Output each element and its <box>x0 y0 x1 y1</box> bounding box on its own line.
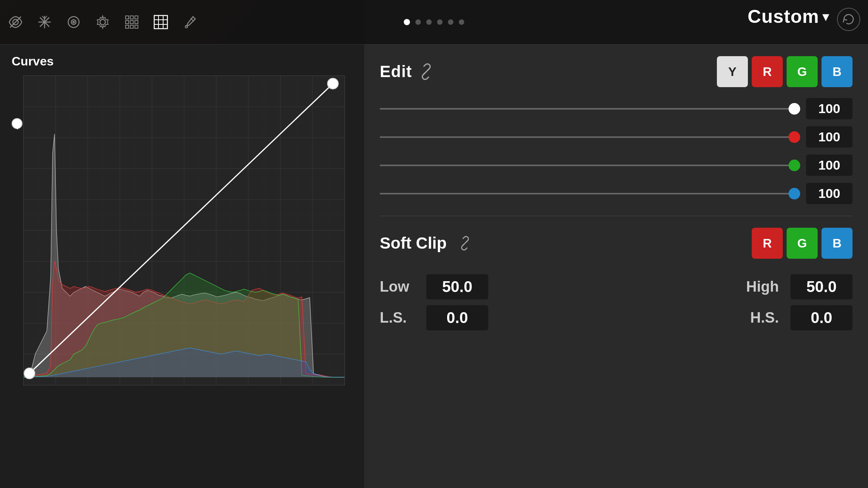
curves-graph[interactable] <box>23 76 345 385</box>
low-high-section: Low 50.0 High 50.0 L.S. 0.0 H.S. 0.0 <box>380 274 852 330</box>
dot-5[interactable] <box>448 19 453 25</box>
reset-icon[interactable] <box>837 8 860 31</box>
low-value[interactable]: 50.0 <box>426 274 488 299</box>
svg-point-10 <box>73 21 74 23</box>
soft-clip-channel-buttons: R G B <box>752 228 852 259</box>
slider-red-value: 100 <box>806 126 852 148</box>
svg-rect-15 <box>126 21 129 24</box>
svg-rect-14 <box>135 16 138 19</box>
edit-channel-buttons: Y R G B <box>717 56 852 87</box>
svg-rect-18 <box>126 25 129 28</box>
low-high-row-1: Low 50.0 High 50.0 <box>380 274 852 299</box>
svg-marker-28 <box>12 119 18 130</box>
svg-rect-16 <box>130 21 133 24</box>
svg-rect-13 <box>130 16 133 19</box>
edit-title: Edit <box>380 62 412 81</box>
edit-y-button[interactable]: Y <box>717 56 748 87</box>
slider-green-value: 100 <box>806 155 852 176</box>
soft-clip-header: Soft Clip R G B <box>380 228 852 259</box>
pagination-dots <box>404 19 464 25</box>
slider-red-track[interactable] <box>380 136 798 138</box>
slider-green-row: 100 <box>380 155 852 176</box>
low-high-row-2: L.S. 0.0 H.S. 0.0 <box>380 305 852 330</box>
dot-1[interactable] <box>404 19 410 25</box>
slider-white-value: 100 <box>806 98 852 119</box>
hs-label: H.S. <box>744 309 779 326</box>
edit-section: Edit Y R G B <box>380 56 852 204</box>
svg-rect-17 <box>135 21 138 24</box>
svg-point-69 <box>24 368 35 379</box>
settings-icon[interactable] <box>95 14 110 30</box>
svg-rect-19 <box>130 25 133 28</box>
hs-value[interactable]: 0.0 <box>790 305 852 330</box>
eye-icon[interactable] <box>8 14 23 30</box>
snowflake-icon[interactable] <box>37 14 52 30</box>
grid-icon[interactable] <box>153 14 169 30</box>
high-label: High <box>744 278 779 295</box>
white-point-handle[interactable] <box>12 118 22 129</box>
svg-line-70 <box>424 69 429 74</box>
dot-2[interactable] <box>415 19 421 25</box>
edit-b-button[interactable]: B <box>822 56 852 87</box>
high-value[interactable]: 50.0 <box>790 274 852 299</box>
soft-clip-section: Soft Clip R G B Low <box>380 228 852 330</box>
svg-point-27 <box>185 26 188 28</box>
custom-dropdown[interactable]: Custom ▾ <box>747 6 829 27</box>
svg-rect-21 <box>154 15 167 29</box>
main-content: Curves <box>0 45 868 488</box>
softclip-b-button[interactable]: B <box>822 228 852 259</box>
mosaic-icon[interactable] <box>124 14 140 30</box>
edit-header: Edit Y R G B <box>380 56 852 87</box>
edit-g-button[interactable]: G <box>787 56 818 87</box>
svg-rect-12 <box>126 16 129 19</box>
svg-line-71 <box>463 241 467 246</box>
separator-1 <box>380 216 852 216</box>
soft-clip-title: Soft Clip <box>380 234 447 253</box>
slider-green-track[interactable] <box>380 165 798 166</box>
curves-label: Curves <box>12 54 54 69</box>
target-icon[interactable] <box>66 14 81 30</box>
slider-white-track[interactable] <box>380 108 798 110</box>
link-icon[interactable] <box>418 63 435 80</box>
soft-clip-link-icon[interactable] <box>456 235 474 252</box>
dot-3[interactable] <box>426 19 432 25</box>
ls-value[interactable]: 0.0 <box>426 305 488 330</box>
slider-white-row: 100 <box>380 98 852 119</box>
right-panel: Edit Y R G B <box>364 45 868 488</box>
dot-4[interactable] <box>437 19 443 25</box>
edit-r-button[interactable]: R <box>752 56 783 87</box>
slider-red-row: 100 <box>380 126 852 148</box>
curves-panel: Curves <box>0 45 364 488</box>
low-label: Low <box>380 278 415 295</box>
top-toolbar: Custom ▾ <box>0 0 868 45</box>
svg-point-11 <box>100 19 105 25</box>
softclip-r-button[interactable]: R <box>752 228 783 259</box>
ls-label: L.S. <box>380 309 415 326</box>
svg-rect-20 <box>135 25 138 28</box>
slider-blue-track[interactable] <box>380 193 798 194</box>
dot-6[interactable] <box>459 19 464 25</box>
slider-blue-value: 100 <box>806 183 852 204</box>
custom-label: Custom <box>747 6 819 27</box>
chevron-down-icon: ▾ <box>822 9 829 25</box>
softclip-g-button[interactable]: G <box>787 228 818 259</box>
slider-blue-row: 100 <box>380 183 852 204</box>
svg-point-68 <box>327 78 338 89</box>
eyedropper-icon[interactable] <box>182 14 198 30</box>
